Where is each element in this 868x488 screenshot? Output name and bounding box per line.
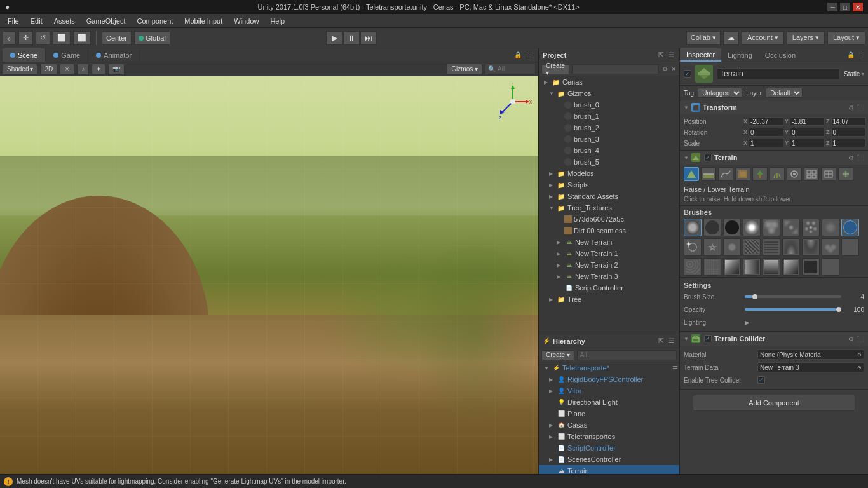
hierarchy-item-casas[interactable]: ▶ 🏠 Casas (539, 419, 679, 431)
tab-inspector[interactable]: Inspector (680, 48, 721, 62)
hierarchy-item-dir-light[interactable]: 💡 Directional Light (539, 396, 679, 408)
menu-gameobject[interactable]: GameObject (81, 16, 131, 26)
brush-19[interactable] (684, 258, 702, 276)
brush-9[interactable] (841, 219, 859, 236)
terrain-data-field[interactable]: New Terrain 3 ⊙ (757, 362, 864, 372)
tool-move[interactable]: ✛ (18, 31, 33, 45)
hierarchy-item-scenescontroller[interactable]: ▶ 📄 ScenesController (539, 454, 679, 465)
minimize-button[interactable]: ─ (827, 3, 837, 11)
project-item-573[interactable]: 573db60672a5c (539, 214, 679, 225)
scene-menu-icon[interactable]: ☰ (524, 51, 533, 60)
tool-scale[interactable]: ⬜ (53, 31, 71, 45)
pos-y-input[interactable] (790, 117, 825, 126)
lighting-toggle[interactable]: ☀ (60, 64, 74, 75)
brush-26[interactable] (822, 258, 839, 276)
navigation-gizmo[interactable]: Y X Z (494, 83, 532, 121)
inspector-lock-btn[interactable]: 🔒 (846, 51, 855, 60)
brush-6[interactable] (782, 219, 800, 236)
brush-25[interactable] (802, 258, 820, 276)
opacity-thumb[interactable] (836, 307, 841, 312)
brush-18[interactable] (841, 238, 859, 256)
close-button[interactable]: ✕ (853, 3, 863, 11)
brush-size-thumb[interactable] (752, 294, 757, 299)
project-lock-btn[interactable]: ⇱ (656, 51, 665, 60)
tab-scene[interactable]: Scene (3, 48, 46, 62)
project-item-standard-assets[interactable]: ▶ 📁 Standard Assets (539, 191, 679, 202)
shaded-dropdown[interactable]: Shaded ▾ (3, 64, 37, 75)
opacity-slider[interactable] (745, 308, 841, 311)
brush-24[interactable] (782, 258, 800, 276)
terrain-tool-raise[interactable] (684, 167, 699, 181)
object-active-checkbox[interactable] (684, 70, 691, 78)
account-dropdown[interactable]: Account ▾ (742, 31, 784, 45)
brush-11[interactable]: ☆ (703, 238, 721, 256)
brush-20[interactable] (703, 258, 721, 276)
transform-settings-icon[interactable]: ⚙ (848, 104, 854, 111)
menu-file[interactable]: File (3, 16, 24, 26)
tool-rect[interactable]: ⬜ (73, 31, 91, 45)
terrain-tool-paint-details[interactable] (770, 167, 785, 181)
terrain-tool-smooth[interactable] (718, 167, 733, 181)
brush-13[interactable] (743, 238, 761, 256)
hierarchy-lock-btn[interactable]: ⇱ (656, 337, 665, 346)
scene-options-btn[interactable]: ☰ (670, 363, 679, 372)
hierarchy-item-plane[interactable]: ⬜ Plane (539, 408, 679, 419)
scene-lock-icon[interactable]: 🔒 (513, 51, 522, 60)
menu-mobile-input[interactable]: Mobile Input (179, 16, 227, 26)
material-field[interactable]: None (Physic Materia ⊙ (757, 349, 864, 360)
add-component-button[interactable]: Add Component (693, 395, 855, 411)
center-toggle[interactable]: Center (102, 31, 132, 45)
project-item-cenas[interactable]: ▶ 📁 Cenas (539, 76, 679, 88)
project-item-script-controller[interactable]: 📄 ScriptController (539, 282, 679, 294)
tab-animator[interactable]: Animator (88, 48, 140, 62)
maximize-button[interactable]: □ (840, 3, 850, 11)
terrain-tool-paint-texture[interactable] (735, 167, 750, 181)
project-menu-btn[interactable]: ☰ (667, 51, 675, 60)
pos-x-input[interactable] (749, 117, 783, 126)
brush-2[interactable] (703, 219, 721, 236)
brush-10[interactable]: ✦ (684, 238, 702, 256)
project-item-brush1[interactable]: brush_1 (539, 111, 679, 122)
scale-x-input[interactable] (749, 139, 783, 147)
terrain-data-dot-icon[interactable]: ⊙ (857, 365, 862, 370)
terrain-coll-checkbox[interactable] (704, 335, 712, 342)
hierarchy-item-fps[interactable]: ▶ 👤 RigidBodyFPSController (539, 374, 679, 385)
hierarchy-menu-btn[interactable]: ☰ (667, 337, 675, 346)
project-search-input[interactable] (572, 64, 659, 74)
menu-help[interactable]: Help (265, 16, 290, 26)
menu-edit[interactable]: Edit (25, 16, 48, 26)
terrain-tool-resolution[interactable] (804, 167, 819, 181)
project-options-btn[interactable]: ⚙ (661, 65, 668, 74)
scene-search-input[interactable] (498, 65, 536, 72)
object-name-input[interactable] (717, 68, 840, 79)
brush-14[interactable] (763, 238, 780, 256)
project-item-gizmos[interactable]: ▼ 📁 Gizmos (539, 88, 679, 99)
project-item-new-terrain-1[interactable]: ▶ ⛰ New Terrain 1 (539, 248, 679, 259)
brush-8[interactable] (822, 219, 839, 236)
brush-15[interactable] (782, 238, 800, 256)
brush-1[interactable] (684, 219, 702, 236)
rot-y-input[interactable] (790, 128, 825, 137)
tab-occlusion[interactable]: Occlusion (759, 48, 802, 62)
menu-window[interactable]: Window (229, 16, 264, 26)
project-item-brush2[interactable]: brush_2 (539, 122, 679, 133)
hierarchy-scene-root[interactable]: ▼ ⚡ Teletransporte* ☰ (539, 362, 679, 374)
project-item-new-terrain-3[interactable]: ▶ ⛰ New Terrain 3 (539, 271, 679, 282)
terrain-tool-extra2[interactable] (838, 167, 853, 181)
hierarchy-item-scriptcontroller[interactable]: 📄 ScriptController (539, 442, 679, 454)
terrain-comp-settings-icon[interactable]: ⚙ (848, 154, 854, 161)
project-item-brush4[interactable]: brush_4 (539, 145, 679, 156)
terrain-coll-settings-icon[interactable]: ⚙ (848, 336, 854, 342)
global-toggle[interactable]: Global (134, 31, 170, 45)
hierarchy-item-vitor[interactable]: ▶ 👤 Vitor (539, 385, 679, 396)
project-item-tree[interactable]: ▶ 📁 Tree (539, 294, 679, 305)
fx-toggle[interactable]: ✦ (92, 64, 105, 75)
2d-toggle[interactable]: 2D (40, 64, 57, 75)
terrain-comp-checkbox[interactable] (704, 154, 712, 161)
gizmos-dropdown[interactable]: Gizmos ▾ (447, 64, 482, 75)
project-item-brush5[interactable]: brush_5 (539, 156, 679, 168)
terrain-tool-place-trees[interactable] (752, 167, 768, 181)
tool-rotate[interactable]: ↺ (36, 31, 50, 45)
rot-x-input[interactable] (749, 128, 783, 137)
brush-17[interactable] (822, 238, 839, 256)
